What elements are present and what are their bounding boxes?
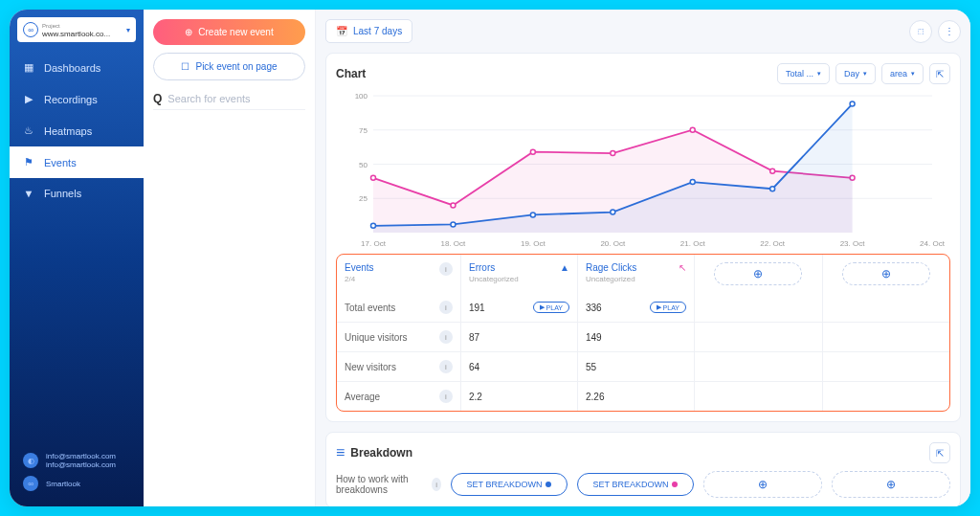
breakdown-title: Breakdown [350,446,412,460]
triangle-icon: ▲ [560,262,569,273]
info-icon[interactable]: i [439,262,453,276]
breakdown-help-label: How to work with breakdownsi [336,474,441,495]
svg-text:19. Oct: 19. Oct [521,239,546,248]
more-button[interactable]: ⋮ [938,20,961,43]
dot-icon [546,482,551,487]
svg-text:25: 25 [359,194,368,203]
granularity-label: Day [844,69,859,79]
search-input[interactable] [167,93,305,104]
set-label: SET BREAKDOWN [467,480,543,489]
pick-event-button[interactable]: ☐Pick event on page [153,53,305,80]
stat-cell: 191▶PLAY [461,293,578,322]
set-breakdown-rage[interactable]: SET BREAKDOWN [577,473,694,496]
project-selector[interactable]: ∞ Projectwww.smartlook.co... ▾ [17,17,136,42]
nav-label: Events [44,157,77,168]
funnel-icon: ▼ [23,188,34,199]
sidebar-item-funnels[interactable]: ▼Funnels [10,178,144,209]
info-icon[interactable]: i [439,360,453,373]
plus-icon: ⊕ [842,262,930,285]
play-icon: ▶ [657,303,661,311]
play-button[interactable]: ▶PLAY [533,302,569,313]
svg-point-18 [530,149,535,154]
add-event-slot[interactable]: ⊕ [823,255,950,293]
create-label: Create new event [198,27,273,37]
export-icon: ⇱ [936,448,944,459]
counter-button[interactable]: ⬚ [909,20,932,43]
stat-cell: 55 [578,352,695,381]
svg-point-17 [451,203,456,208]
info-icon[interactable]: i [439,330,453,344]
create-event-button[interactable]: ⊕Create new event [153,19,305,45]
column-rage-clicks[interactable]: Rage Clicks Uncategorized ↖ [578,255,695,293]
add-breakdown-slot[interactable]: ⊕ [832,471,950,498]
user-email: info@smartlook.com [46,452,116,460]
col-name: Rage Clicks [586,262,636,273]
export-breakdown-button[interactable]: ⇱ [929,442,950,463]
svg-text:100: 100 [355,92,368,101]
breakdown-icon: ≡ [336,444,345,461]
add-event-slot[interactable]: ⊕ [695,255,823,293]
stat-cell: 149 [578,323,695,351]
svg-point-16 [371,175,376,180]
dot-icon [672,482,678,487]
dashboard-icon: ▦ [23,61,34,74]
nav-label: Heatmaps [44,125,92,137]
svg-point-19 [611,151,615,156]
info-icon[interactable]: i [432,478,441,491]
svg-point-29 [850,101,855,106]
picker-icon: ☐ [181,61,189,72]
search-row: Q [153,88,305,110]
svg-text:24. Oct: 24. Oct [920,239,946,248]
style-label: area [890,69,907,79]
date-range-label: Last 7 days [353,26,402,36]
metric-label: Total ... [786,69,813,79]
sidebar-item-recordings[interactable]: ▶Recordings [10,83,144,115]
flame-icon: ♨ [23,124,34,137]
smartlook-logo-icon: ∞ [23,476,38,491]
svg-point-28 [770,187,775,191]
stat-cell: 64 [461,352,578,381]
sidebar-item-heatmaps[interactable]: ♨Heatmaps [10,115,144,146]
date-range-selector[interactable]: 📅Last 7 days [325,19,412,43]
smartlook-logo-icon: ∞ [23,22,38,37]
export-icon: ⇱ [936,69,944,79]
svg-text:23. Oct: 23. Oct [840,239,866,248]
svg-text:21. Oct: 21. Oct [680,239,706,248]
chart-style-selector[interactable]: area▾ [881,63,924,84]
stat-cell: 87 [461,323,578,351]
svg-point-24 [451,222,456,227]
export-button[interactable]: ⇱ [929,63,950,84]
col-name: Errors [469,262,495,273]
sidebar-item-dashboards[interactable]: ▦Dashboards [10,52,144,83]
info-icon[interactable]: i [439,301,453,314]
plus-icon: ⊕ [714,262,802,285]
brand-name: Smartlook [46,480,80,488]
events-label: Events [345,262,374,273]
avatar-icon: ◐ [23,453,38,468]
chart-canvas: 25507510017. Oct18. Oct19. Oct20. Oct21.… [336,92,950,250]
user-info[interactable]: ◐info@smartlook.cominfo@smartlook.com [23,452,130,470]
column-errors[interactable]: Errors Uncategorized ▲ [461,255,578,293]
svg-point-27 [690,180,695,185]
stat-row-label: New visitorsi [337,352,461,381]
col-sub: Uncategorized [586,275,635,283]
stat-cell: 2.2 [461,382,578,411]
play-icon: ▶ [23,93,34,105]
play-icon: ▶ [540,303,545,311]
set-breakdown-errors[interactable]: SET BREAKDOWN [451,473,568,496]
add-breakdown-slot[interactable]: ⊕ [703,471,822,498]
chevron-down-icon: ▾ [863,70,867,78]
metric-selector[interactable]: Total ...▾ [777,63,830,84]
events-column-head: Events 2/4 i [337,255,461,293]
events-count: 2/4 [345,275,355,283]
calendar-icon: 📅 [336,26,347,36]
granularity-selector[interactable]: Day▾ [835,63,876,84]
project-value: www.smartlook.co... [42,30,110,38]
project-label: Project [42,23,60,29]
play-button[interactable]: ▶PLAY [650,302,686,313]
svg-text:20. Oct: 20. Oct [600,239,626,248]
svg-text:22. Oct: 22. Oct [760,239,786,248]
plus-icon: ⊕ [185,27,192,37]
sidebar-item-events[interactable]: ⚑Events [10,146,144,178]
info-icon[interactable]: i [439,390,453,403]
